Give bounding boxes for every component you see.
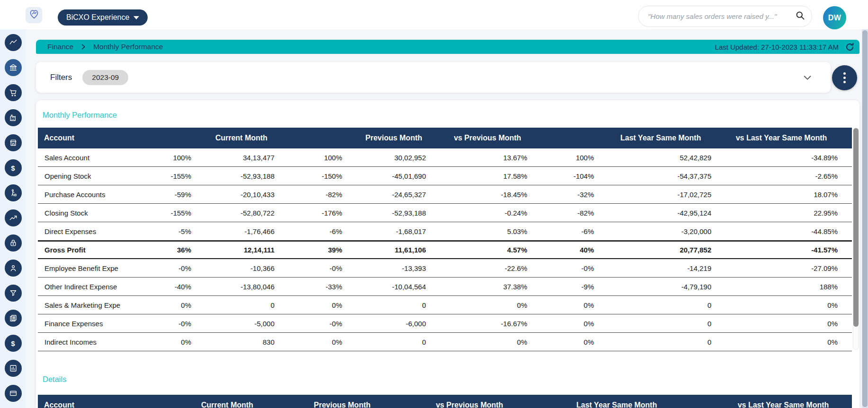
monthly-performance-table: Account Current Month Previous Month vs … <box>38 128 852 351</box>
sidebar-item-finance[interactable] <box>5 59 22 76</box>
value-cell: -0.24% <box>426 209 527 217</box>
app-logo[interactable] <box>26 7 42 23</box>
dollar-icon: $ <box>11 339 15 347</box>
value-cell: 39% <box>275 246 342 254</box>
sidebar-item-growth[interactable] <box>5 209 22 226</box>
table-row: Direct Expenses-5%-1,76,466-6%-1,68,0175… <box>38 222 852 241</box>
sidebar-item-security[interactable] <box>5 234 22 252</box>
value-cell: -10,04,564 <box>342 283 426 291</box>
content-scrollbar-thumb[interactable] <box>853 128 859 327</box>
table-row: Closing Stock-155%-52,80,722-176%-52,93,… <box>38 204 852 222</box>
value-cell: -6% <box>275 227 342 235</box>
sidebar-item-expenses[interactable]: $ <box>5 335 22 352</box>
value-cell: -0% <box>275 264 342 272</box>
value-cell: -150% <box>275 172 342 180</box>
line-chart-icon <box>9 38 18 47</box>
sidebar-item-payments[interactable] <box>5 385 22 402</box>
sidebar-item-reports[interactable] <box>5 310 22 327</box>
breadcrumb: Finance Monthly Performance <box>47 43 163 51</box>
person-luggage-icon <box>9 189 18 197</box>
col-vs-previous-month: vs Previous Month <box>454 134 521 142</box>
sidebar-item-store[interactable] <box>5 134 22 151</box>
value-cell: 5.03% <box>426 227 527 235</box>
handshake-heart-icon <box>28 9 40 22</box>
account-cell: Sales & Marketing Expe <box>38 301 151 309</box>
monthly-performance-table-header: Account Current Month Previous Month vs … <box>38 128 852 148</box>
cart-icon <box>9 88 18 97</box>
value-cell: 0% <box>711 301 852 309</box>
value-cell: 40% <box>527 246 594 254</box>
value-cell: -6% <box>527 227 594 235</box>
value-cell: -82% <box>527 209 594 217</box>
col-current-month: Current Month <box>215 134 267 142</box>
value-cell: -82% <box>275 191 342 199</box>
app-switcher-label: BiCXO Experience <box>66 13 129 22</box>
value-cell: -5,000 <box>191 320 275 328</box>
value-cell: 0% <box>151 338 191 346</box>
user-icon <box>9 264 18 272</box>
value-cell: -0% <box>275 320 342 328</box>
value-cell: 34,13,477 <box>191 154 275 162</box>
account-cell: Closing Stock <box>38 209 151 217</box>
col-previous-month: Previous Month <box>365 134 422 142</box>
value-cell: -52,80,722 <box>191 209 275 217</box>
table-row: Employee Benefit Expe-0%-10,366-0%-13,39… <box>38 259 852 278</box>
content-scrollbar-track[interactable] <box>853 128 859 350</box>
sidebar-item-revenue[interactable]: $ <box>5 159 22 176</box>
value-cell: -22.6% <box>426 264 527 272</box>
search-input[interactable] <box>648 12 795 20</box>
value-cell: -20,10,433 <box>191 191 275 199</box>
value-cell: 0% <box>275 301 342 309</box>
value-cell: -4,79,190 <box>594 283 711 291</box>
value-cell: -0% <box>151 264 191 272</box>
user-avatar[interactable]: DW <box>823 6 846 29</box>
filters-expand-chevron-icon[interactable] <box>802 72 813 83</box>
account-cell: Sales Account <box>38 154 151 162</box>
sidebar: $$ <box>0 29 26 408</box>
refresh-icon[interactable] <box>844 42 855 52</box>
sidebar-item-hr[interactable] <box>5 184 22 201</box>
monthly-performance-title: Monthly Performance <box>43 111 117 120</box>
last-updated-text: Last Updated: 27-10-2023 11:33:17 AM <box>715 43 839 51</box>
value-cell: 0 <box>342 338 426 346</box>
window-scrollbar-thumb[interactable] <box>862 30 868 407</box>
value-cell: 37.38% <box>426 283 527 291</box>
more-options-button[interactable] <box>832 65 857 90</box>
sidebar-item-production[interactable] <box>5 109 22 126</box>
value-cell: -9% <box>527 283 594 291</box>
filters-bar: Filters 2023-09 <box>36 62 831 93</box>
details-table: Account Current Month Previous Month vs … <box>38 395 852 408</box>
breadcrumb-finance[interactable]: Finance <box>47 43 73 51</box>
value-cell: 0 <box>594 338 711 346</box>
trend-up-icon <box>9 214 18 222</box>
table-row: Gross Profit36%12,14,11139%11,61,1064.57… <box>38 241 852 259</box>
sidebar-item-sales[interactable] <box>5 84 22 101</box>
sidebar-item-users[interactable] <box>5 260 22 277</box>
value-cell: -1,68,017 <box>342 227 426 235</box>
account-cell: Other Indirect Expense <box>38 283 151 291</box>
app-switcher-button[interactable]: BiCXO Experience <box>58 9 148 26</box>
value-cell: -44.85% <box>711 227 852 235</box>
chevron-down-icon <box>133 16 139 19</box>
sidebar-item-analytics[interactable] <box>5 34 22 51</box>
monthly-performance-table-body: Sales Account100%34,13,477100%30,02,9521… <box>38 148 852 351</box>
sidebar-item-filter[interactable] <box>5 285 22 302</box>
lock-icon <box>9 239 18 247</box>
filter-chip-month[interactable]: 2023-09 <box>82 70 128 85</box>
value-cell: 0 <box>191 301 275 309</box>
value-cell: -0% <box>151 320 191 328</box>
table-row: Opening Stock-155%-52,93,188-150%-45,01,… <box>38 167 852 185</box>
value-cell: -13,80,046 <box>191 283 275 291</box>
search-icon[interactable] <box>795 10 805 22</box>
sidebar-item-dashboard[interactable] <box>5 360 22 377</box>
value-cell: -59% <box>151 191 191 199</box>
value-cell: -155% <box>151 209 191 217</box>
account-cell: Purchase Accounts <box>38 191 151 199</box>
window-scrollbar-track[interactable] <box>862 29 868 408</box>
value-cell: 100% <box>275 154 342 162</box>
value-cell: 13.67% <box>426 154 527 162</box>
value-cell: 52,42,829 <box>594 154 711 162</box>
value-cell: 36% <box>151 246 191 254</box>
pages-icon <box>9 314 18 322</box>
account-cell: Indirect Incomes <box>38 338 151 346</box>
